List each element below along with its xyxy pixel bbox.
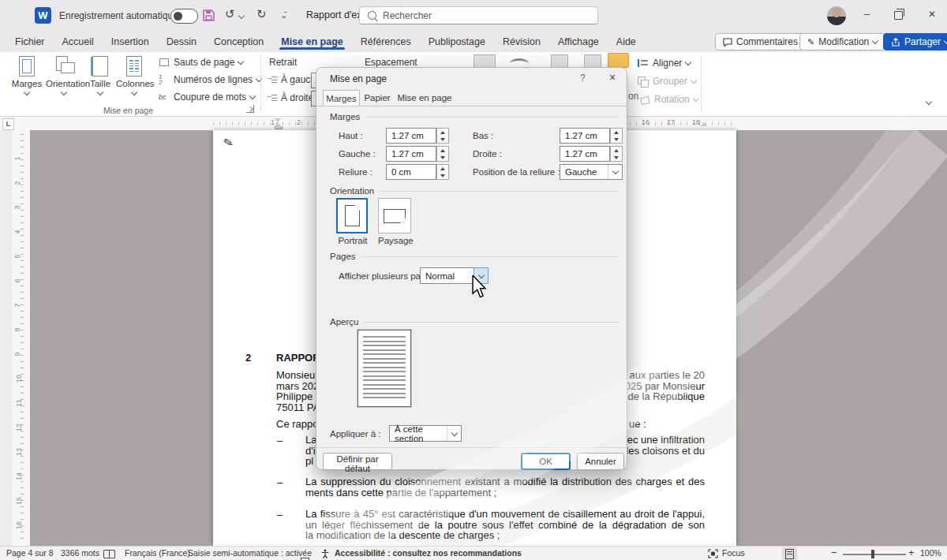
- top-margin-input[interactable]: 1.27 cm: [386, 128, 436, 144]
- dialog-tab-papier[interactable]: Papier: [360, 90, 395, 106]
- selection-pane-icon[interactable]: [608, 53, 629, 68]
- page-breaks-button[interactable]: Sauts de page: [159, 54, 243, 70]
- zoom-slider-knob[interactable]: [871, 550, 874, 558]
- indent-group-label: Retrait: [269, 57, 297, 68]
- search-box[interactable]: Rechercher: [359, 6, 598, 24]
- user-avatar[interactable]: [827, 6, 846, 25]
- hyphenation-button[interactable]: bc Coupure de mots: [159, 89, 255, 105]
- undo-button[interactable]: ↺: [225, 7, 235, 21]
- group-button[interactable]: Grouper: [638, 73, 696, 89]
- columns-button[interactable]: Colonnes: [116, 54, 152, 106]
- margins-button[interactable]: Marges: [9, 54, 45, 106]
- position-icon[interactable]: [474, 54, 496, 68]
- align-button[interactable]: Aligner: [638, 55, 691, 71]
- dialog-launcher-icon[interactable]: [246, 105, 254, 113]
- zoom-in-button[interactable]: +: [908, 547, 915, 558]
- orientation-button[interactable]: Orientation: [46, 54, 82, 106]
- autosave-toggle[interactable]: [170, 9, 198, 24]
- zoom-level[interactable]: 100%: [920, 548, 941, 558]
- h-ruler-number: 18: [692, 118, 700, 126]
- tab-aide[interactable]: Aide: [608, 36, 645, 47]
- comments-label: Commentaires: [736, 36, 798, 47]
- autosave-label: Enregistrement automatique: [59, 10, 178, 21]
- rotate-button[interactable]: Rotation: [639, 91, 698, 107]
- left-margin-input[interactable]: 1.27 cm: [386, 146, 436, 162]
- tab-dessin[interactable]: Dessin: [158, 36, 205, 47]
- line-numbers-button[interactable]: 12 Numéros de lignes: [159, 72, 261, 88]
- close-button[interactable]: ✕: [928, 9, 936, 20]
- body-text: ments dans cette partie de l'appartement…: [305, 487, 496, 498]
- save-icon[interactable]: [202, 9, 215, 22]
- ok-button[interactable]: OK: [521, 453, 571, 470]
- search-placeholder: Rechercher: [383, 10, 432, 21]
- dialog-tab-marges[interactable]: Marges: [323, 90, 360, 106]
- tab-accueil[interactable]: Accueil: [54, 36, 103, 47]
- redo-button[interactable]: ↻: [256, 7, 267, 21]
- orientation-paysage-option[interactable]: [378, 198, 411, 233]
- size-button[interactable]: Taille: [82, 54, 118, 106]
- left-margin-stepper[interactable]: [436, 146, 449, 162]
- share-button[interactable]: Partager: [883, 33, 947, 50]
- restore-button[interactable]: [894, 11, 903, 20]
- gutter-input[interactable]: 0 cm: [386, 164, 436, 180]
- tab-publipostage[interactable]: Publipostage: [420, 36, 494, 47]
- word-count[interactable]: 3366 mots: [61, 548, 99, 558]
- heading-number: 2: [245, 352, 251, 364]
- status-bar: Page 4 sur 8 3366 mots Français (France)…: [0, 546, 947, 560]
- dialog-help-button[interactable]: ?: [580, 73, 586, 84]
- v-ruler-number: 3: [13, 205, 21, 209]
- send-backward-icon[interactable]: [584, 54, 601, 68]
- page-indicator[interactable]: Page 4 sur 8: [6, 548, 54, 558]
- toolbar-customize-icon[interactable]: ⌄̄: [280, 10, 287, 21]
- collapse-ribbon-icon[interactable]: [926, 99, 932, 105]
- right-indent-marker[interactable]: [701, 122, 707, 126]
- language-indicator[interactable]: Français (France): [125, 548, 190, 558]
- tab-insertion[interactable]: Insertion: [103, 36, 158, 47]
- bottom-margin-input[interactable]: 1.27 cm: [560, 128, 610, 144]
- undo-chevron-icon[interactable]: [238, 13, 245, 19]
- align-label: Aligner: [653, 58, 682, 69]
- comments-button[interactable]: Commentaires: [715, 33, 806, 50]
- editing-mode-button[interactable]: ✎ Modification: [799, 33, 885, 50]
- share-label: Partager: [904, 36, 941, 47]
- gutter-stepper[interactable]: [436, 164, 449, 180]
- orientation-portrait-option[interactable]: [336, 198, 368, 233]
- columns-icon: [126, 56, 142, 77]
- autocomplete-status[interactable]: Saisie semi-automatique : activée: [188, 548, 312, 558]
- print-layout-icon[interactable]: [782, 547, 797, 560]
- indent-marker[interactable]: [275, 118, 283, 129]
- v-ruler-number: 1: [13, 156, 21, 160]
- columns-chevron-icon: [131, 89, 137, 95]
- proofing-icon[interactable]: [103, 550, 115, 558]
- minimize-button[interactable]: –: [864, 8, 870, 20]
- columns-label: Colonnes: [116, 79, 152, 88]
- set-as-default-button[interactable]: Définir par défaut: [323, 453, 392, 470]
- tab-mise-en-page[interactable]: Mise en page: [272, 36, 352, 47]
- body-text: la modification de la descente de charge…: [305, 530, 500, 541]
- tab-conception[interactable]: Conception: [205, 36, 272, 47]
- tab-stop-selector[interactable]: L: [2, 118, 14, 130]
- right-margin-stepper[interactable]: [610, 146, 623, 162]
- bring-forward-icon[interactable]: [551, 54, 568, 68]
- dialog-tab-mise-en-page[interactable]: Mise en page: [395, 90, 455, 106]
- zoom-out-button[interactable]: −: [831, 547, 837, 558]
- word-logo-icon: W: [35, 7, 51, 24]
- editing-chevron-icon: [872, 38, 878, 44]
- tab-references[interactable]: Références: [352, 36, 420, 47]
- apply-to-dropdown[interactable]: À cette section: [389, 425, 462, 442]
- cancel-button[interactable]: Annuler: [577, 453, 624, 470]
- dialog-close-button[interactable]: ×: [609, 71, 616, 84]
- tab-fichier[interactable]: Fichier: [6, 36, 54, 47]
- right-margin-input[interactable]: 1.27 cm: [560, 146, 610, 162]
- tab-revision[interactable]: Révision: [494, 36, 549, 47]
- focus-button[interactable]: Focus: [722, 548, 745, 558]
- top-margin-stepper[interactable]: [436, 128, 449, 144]
- zoom-slider-track[interactable]: [843, 554, 906, 555]
- accessibility-status[interactable]: Accessibilité : consultez nos recommanda…: [335, 548, 522, 558]
- bottom-margin-stepper[interactable]: [610, 128, 623, 144]
- gutter-position-dropdown[interactable]: Gauche: [560, 164, 623, 180]
- body-text: un léger fléchissement de la poutre sous…: [305, 520, 705, 531]
- align-icon: [638, 58, 649, 68]
- toggle-knob: [174, 12, 182, 21]
- tab-affichage[interactable]: Affichage: [549, 36, 608, 47]
